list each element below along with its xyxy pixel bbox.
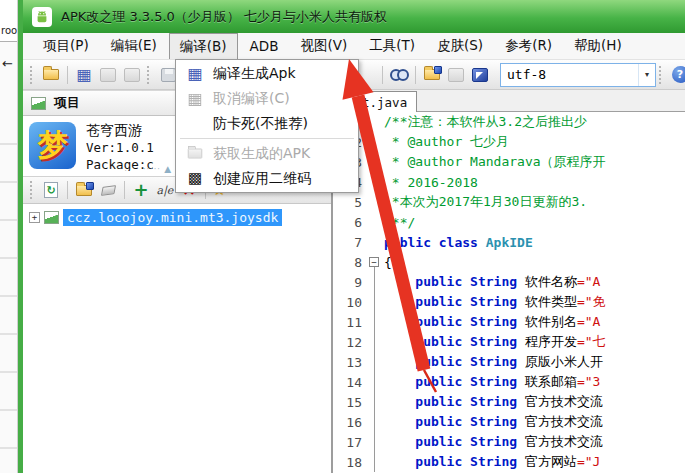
line-number: 16 (333, 415, 367, 430)
code-line: 9 public String 软件名称="A (333, 272, 685, 292)
combobox-dropdown-button[interactable]: ▾ (638, 64, 655, 86)
tree-row[interactable]: +ccz.locojoy.mini.mt3.joysdk (23, 206, 331, 228)
refresh-button[interactable]: ↻ (40, 179, 62, 201)
code-line: 4 * 2016-2018 (333, 172, 685, 192)
open-in-folder-button[interactable] (73, 179, 95, 201)
line-number: 8 (333, 255, 367, 270)
fold-margin (367, 272, 384, 292)
menu-item-9[interactable]: 帮助(H) (564, 33, 632, 59)
fold-margin (367, 232, 384, 252)
menu-item-6[interactable]: 工具(T) (359, 33, 425, 59)
add-button[interactable]: + (130, 179, 152, 201)
export-button[interactable] (469, 64, 491, 86)
android-logo-icon (32, 7, 52, 27)
code-line: 15 public String 官方技术交流 (333, 392, 685, 412)
code-text: public String 原版小米人开 (384, 353, 685, 371)
toolbar-grip (659, 66, 665, 84)
disabled-build-button[interactable] (97, 64, 119, 86)
menu-item-label: 防卡死(不推荐) (213, 115, 308, 133)
help-button[interactable]: ? (669, 64, 685, 86)
compile-menu: ▦编译生成Apk▦取消编译(C)防卡死(不推荐)获取生成的APK▩创建应用二维码 (175, 59, 359, 193)
collapse-triangle-icon: ▲ (164, 164, 172, 174)
title-bar: APK改之理 3.3.5.0（少月版） 七少月与小米人共有版权 (23, 0, 685, 33)
blue-export-icon (472, 68, 488, 82)
disabled-icon (100, 68, 116, 82)
refresh-icon: ↻ (44, 182, 58, 198)
clean-button[interactable] (97, 179, 119, 201)
fold-margin (367, 352, 384, 372)
open-folder-icon (43, 69, 59, 80)
menu-item-8[interactable]: 参考(R) (495, 33, 562, 59)
toolbar-grip (30, 66, 36, 84)
project-picture-icon (31, 97, 46, 110)
fold-margin (367, 392, 384, 412)
menu-bar: 项目(P)编辑(E)编译(B)ADB视图(V)工具(T)皮肤(S)参考(R)帮助… (23, 33, 685, 60)
fold-margin (367, 112, 384, 132)
code-text: * @author Mandarava（原程序开 (384, 153, 685, 171)
code-text: * @author 七少月 (384, 133, 685, 151)
tab-java-file[interactable]: t.java (352, 91, 417, 112)
compile-menu-item[interactable]: 防卡死(不推荐) (176, 111, 358, 136)
open-project-button[interactable] (40, 64, 62, 86)
code-line: 11 public String 软件别名="A (333, 312, 685, 332)
menu-item-2[interactable]: 编辑(E) (101, 33, 167, 59)
line-number: 12 (333, 335, 367, 350)
menu-item-7[interactable]: 皮肤(S) (427, 33, 493, 59)
panel-collapse-control[interactable]: ····· ▲ (143, 164, 172, 174)
compile-menu-item[interactable]: 获取生成的APK (176, 141, 358, 166)
toolbar-separator (415, 66, 416, 84)
toolbar-separator (67, 181, 68, 199)
code-line: 14 public String 联系邮箱="3 (333, 372, 685, 392)
background-list-rows (0, 107, 17, 473)
code-editor[interactable]: 1/**注意：本软件从3.2之后推出少2 * @author 七少月3 * @a… (333, 112, 685, 473)
menu-item-1[interactable]: 项目(P) (33, 33, 99, 59)
folder-import-icon (424, 69, 440, 80)
line-number: 13 (333, 355, 367, 370)
app-name: 苍穹西游 (86, 122, 154, 139)
disabled-sign-button[interactable] (121, 64, 143, 86)
compile-apk-button[interactable]: ▦ (73, 64, 95, 86)
search-button[interactable] (388, 64, 410, 86)
code-line: 8−{ (333, 252, 685, 272)
code-text: public String 程序开发="七 (384, 333, 685, 351)
import-file-button[interactable] (421, 64, 443, 86)
rename-button[interactable]: a|e (154, 179, 176, 201)
folder-icon (188, 149, 202, 159)
code-line: 17 public String 官方技术交流 (333, 432, 685, 452)
disabled-icon (124, 68, 140, 82)
line-number: 10 (333, 295, 367, 310)
menu-item-5[interactable]: 视图(V) (290, 33, 357, 59)
folder-icon (182, 148, 208, 159)
project-tree[interactable]: +ccz.locojoy.mini.mt3.joysdk (23, 204, 331, 473)
toolbar-grip (147, 66, 153, 84)
tree-node-label[interactable]: ccz.locojoy.mini.mt3.joysdk (63, 209, 282, 226)
menu-item-3[interactable]: 编译(B) (169, 33, 238, 59)
fold-margin (367, 312, 384, 332)
encoding-value: utf-8 (501, 64, 638, 86)
compile-menu-item[interactable]: ▦取消编译(C) (176, 86, 358, 111)
fold-margin (367, 432, 384, 452)
menu-item-4[interactable]: ADB (240, 33, 289, 59)
compile-menu-item[interactable]: ▦编译生成Apk (176, 61, 358, 86)
toolbar-separator (124, 181, 125, 199)
code-text: /**注意：本软件从3.2之后推出少 (384, 113, 685, 131)
fold-marker[interactable]: − (367, 252, 384, 272)
code-text: * 2016-2018 (384, 175, 685, 190)
code-text: public String 官方技术交流 (384, 393, 685, 411)
fold-margin (367, 212, 384, 232)
project-panel-title: 项目 (54, 94, 80, 112)
fold-minus-icon[interactable]: − (369, 257, 379, 267)
code-line: 13 public String 原版小米人开 (333, 352, 685, 372)
chevron-down-icon: ▾ (645, 70, 649, 79)
compile-menu-item[interactable]: ▩创建应用二维码 (176, 166, 358, 191)
code-line: 5 *本次为2017年1月30日更新的3. (333, 192, 685, 212)
expand-plus-icon[interactable]: + (29, 212, 40, 223)
grip-dots: ····· (143, 165, 161, 174)
package-icon (44, 211, 59, 224)
menu-item-label: 编译生成Apk (213, 65, 296, 83)
encoding-combobox[interactable]: utf-8 ▾ (500, 63, 656, 87)
fold-margin (367, 412, 384, 432)
disabled-tool-button[interactable] (445, 64, 467, 86)
binoculars-search-icon (390, 68, 409, 81)
line-number: 17 (333, 435, 367, 450)
